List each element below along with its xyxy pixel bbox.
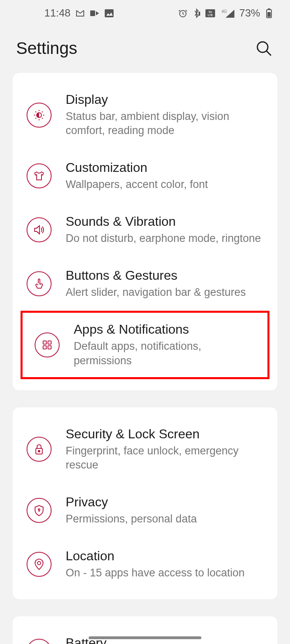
settings-group: Battery 73% - Should last until about 10… (12, 616, 278, 644)
svg-text:4G: 4G (222, 9, 227, 14)
svg-rect-22 (48, 341, 51, 344)
item-text: Location On - 15 apps have access to loc… (66, 549, 263, 580)
item-title: Apps & Notifications (74, 322, 255, 337)
settings-item-display[interactable]: Display Status bar, ambient display, vis… (12, 81, 278, 149)
item-title: Location (66, 549, 263, 564)
display-icon (27, 103, 52, 128)
svg-rect-21 (43, 341, 46, 344)
item-subtitle: Wallpapers, accent color, font (66, 178, 263, 192)
item-subtitle: Do not disturb, earphone mode, ringtone (66, 231, 263, 246)
settings-item-sounds[interactable]: Sounds & Vibration Do not disturb, earph… (12, 203, 278, 257)
lock-icon (27, 437, 52, 462)
image-icon (104, 8, 114, 18)
svg-line-19 (35, 118, 36, 119)
battery-icon (27, 639, 52, 644)
svg-text:LTE: LTE (208, 14, 213, 17)
svg-text:Vo: Vo (209, 10, 212, 13)
svg-point-27 (38, 509, 40, 510)
settings-item-privacy[interactable]: Privacy Permissions, personal data (12, 483, 278, 537)
svg-line-18 (42, 118, 43, 119)
battery-icon (264, 8, 274, 18)
item-subtitle: Alert slider, navigation bar & gestures (66, 285, 263, 299)
item-title: Privacy (66, 495, 263, 510)
search-icon (255, 40, 272, 57)
settings-group: Security & Lock Screen Fingerprint, face… (12, 407, 278, 600)
svg-rect-3 (199, 12, 200, 16)
settings-item-buttons[interactable]: Buttons & Gestures Alert slider, navigat… (12, 257, 278, 311)
outlook-icon (90, 8, 99, 18)
status-right: VoLTE 4G 73% (178, 7, 274, 19)
search-button[interactable] (254, 38, 274, 58)
gmail-icon (75, 8, 85, 18)
item-text: Apps & Notifications Default apps, notif… (74, 322, 255, 367)
svg-rect-10 (267, 12, 271, 17)
speaker-icon (27, 217, 52, 242)
volte-icon: VoLTE (205, 8, 215, 18)
pin-icon (27, 552, 52, 577)
page-title: Settings (16, 39, 77, 58)
item-text: Customization Wallpapers, accent color, … (66, 160, 263, 192)
svg-point-26 (38, 450, 40, 452)
settings-item-customization[interactable]: Customization Wallpapers, accent color, … (12, 149, 278, 203)
status-bar: 11:48 VoLTE 4G 73% (0, 0, 290, 26)
item-subtitle: Status bar, ambient display, vision comf… (66, 109, 263, 138)
item-title: Security & Lock Screen (66, 427, 263, 442)
touch-icon (27, 271, 52, 296)
item-text: Security & Lock Screen Fingerprint, face… (66, 427, 263, 472)
svg-rect-9 (268, 8, 270, 10)
item-text: Buttons & Gestures Alert slider, navigat… (66, 268, 263, 299)
svg-rect-23 (43, 346, 46, 349)
shield-icon (27, 498, 52, 523)
settings-item-apps[interactable]: Apps & Notifications Default apps, notif… (21, 311, 269, 379)
svg-line-20 (42, 111, 43, 112)
item-text: Privacy Permissions, personal data (66, 495, 263, 526)
item-title: Buttons & Gestures (66, 268, 263, 283)
settings-item-battery[interactable]: Battery 73% - Should last until about 10… (12, 624, 278, 644)
item-title: Display (66, 92, 263, 107)
apps-icon (35, 332, 60, 357)
settings-item-security[interactable]: Security & Lock Screen Fingerprint, face… (12, 415, 278, 483)
item-subtitle: On - 15 apps have access to location (66, 566, 263, 580)
item-text: Display Status bar, ambient display, vis… (66, 92, 263, 138)
item-subtitle: Fingerprint, face unlock, emergency resc… (66, 444, 263, 472)
nav-handle[interactable] (89, 636, 201, 639)
signal-icon: 4G (219, 8, 235, 18)
item-text: Sounds & Vibration Do not disturb, earph… (66, 214, 263, 246)
svg-rect-24 (48, 346, 51, 349)
settings-item-location[interactable]: Location On - 15 apps have access to loc… (12, 537, 278, 591)
svg-rect-1 (105, 9, 114, 17)
battery-percent-text: 73% (239, 7, 260, 19)
svg-point-28 (37, 561, 41, 565)
status-time: 11:48 (44, 7, 70, 19)
status-left: 11:48 (44, 7, 114, 19)
settings-group: Display Status bar, ambient display, vis… (12, 72, 278, 391)
svg-line-17 (35, 111, 36, 112)
item-title: Sounds & Vibration (66, 214, 263, 229)
svg-rect-0 (90, 10, 95, 16)
item-subtitle: Permissions, personal data (66, 512, 263, 526)
tshirt-icon (27, 163, 52, 188)
header: Settings (0, 26, 290, 72)
item-subtitle: Default apps, notifications, permissions (74, 339, 255, 367)
alarm-icon (178, 8, 188, 18)
bluetooth-icon (192, 8, 201, 18)
item-title: Customization (66, 160, 263, 175)
